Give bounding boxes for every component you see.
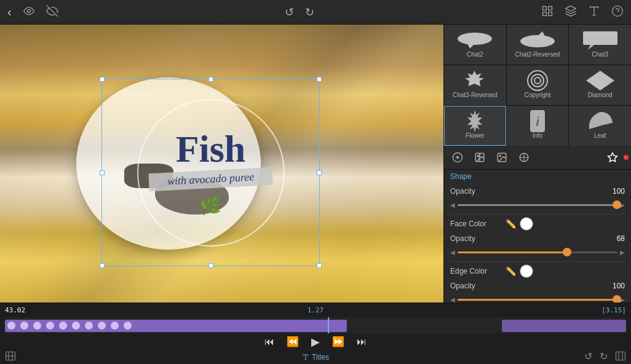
- diamond-preview: [582, 72, 619, 89]
- skip-start-button[interactable]: ⏮: [264, 336, 274, 347]
- opacity-slider-row: ◀ ▶: [450, 199, 625, 210]
- opacity-row: Opacity 100: [450, 187, 625, 196]
- track-dot: [72, 322, 80, 330]
- opacity-slider[interactable]: [458, 199, 617, 210]
- track-dot: [98, 322, 106, 330]
- track-dot: [85, 322, 93, 330]
- face-color-label: Face Color: [450, 220, 506, 228]
- shape-cell-copyright[interactable]: Copyright: [507, 65, 569, 105]
- shape-cell-info[interactable]: i Info: [507, 106, 569, 146]
- subtitle-banner: with avocado puree: [148, 167, 273, 191]
- svg-point-9: [613, 6, 623, 16]
- svg-rect-2: [542, 6, 546, 10]
- skip-end-button[interactable]: ⏭: [357, 336, 367, 347]
- leaf-icon: 🌿: [200, 196, 221, 216]
- flower-preview: [456, 113, 493, 130]
- redo-icon[interactable]: ↻: [305, 6, 314, 19]
- grid-icon[interactable]: [541, 5, 554, 20]
- red-indicator: [624, 155, 629, 160]
- face-opacity-slider[interactable]: [458, 247, 617, 258]
- clip-icon[interactable]: [5, 350, 16, 364]
- shape-cell-leaf[interactable]: Leaf: [569, 106, 631, 146]
- text-icon[interactable]: [588, 5, 600, 20]
- face-color-row: Face Color ✏️: [450, 217, 625, 231]
- track-dot: [20, 322, 28, 330]
- shape-cell-diamond[interactable]: Diamond: [569, 65, 631, 105]
- timeline-right-buttons: ↺ ↻: [584, 350, 626, 364]
- svg-point-28: [499, 155, 501, 156]
- timeline: 43.02 1.27 [3.15] ⏮ ⏪ ▶ ⏩ ⏭: [0, 303, 631, 364]
- opacity-arrow-left[interactable]: ◀: [450, 202, 455, 208]
- chat3r-preview: [456, 72, 493, 89]
- image-icon[interactable]: [491, 148, 513, 167]
- face-opacity-arrow-right[interactable]: ▶: [620, 249, 625, 256]
- redo-timeline-icon[interactable]: ↻: [600, 350, 608, 364]
- timeline-bottom: Titles ↺ ↻: [0, 350, 631, 364]
- svg-text:i: i: [536, 115, 539, 129]
- svg-point-15: [528, 71, 547, 90]
- edge-color-edit-icon[interactable]: ✏️: [506, 266, 516, 276]
- sep2: [450, 261, 625, 262]
- svg-rect-35: [616, 352, 625, 360]
- svg-rect-4: [542, 12, 546, 15]
- edge-color-row: Edge Color ✏️: [450, 264, 625, 278]
- eye-open-icon[interactable]: [23, 5, 35, 20]
- undo-icon[interactable]: ↺: [285, 6, 294, 19]
- time-left: 43.02: [5, 306, 25, 314]
- back-button[interactable]: ‹: [7, 5, 12, 19]
- undo-timeline-icon[interactable]: ↺: [584, 350, 592, 364]
- leaf-label: Leaf: [594, 132, 606, 139]
- chat2r-preview: [519, 31, 556, 49]
- diamond-label: Diamond: [588, 92, 613, 98]
- star-icon[interactable]: [601, 148, 624, 167]
- face-opacity-label: Opacity: [450, 234, 506, 243]
- svg-marker-30: [608, 153, 617, 162]
- svg-point-16: [531, 74, 544, 87]
- sep1: [450, 214, 625, 215]
- toolbar-left: ‹: [7, 5, 58, 20]
- shape-grid: Chat2 Chat2-Reversed Chat3: [444, 25, 631, 146]
- play-button[interactable]: ▶: [311, 335, 320, 349]
- track-dot: [111, 322, 119, 330]
- layers-icon[interactable]: [565, 5, 577, 20]
- subtitle-text: with avocado puree: [167, 170, 254, 187]
- fish-title: Fish: [176, 130, 246, 168]
- time-center: 1.27: [308, 306, 324, 314]
- timeline-track[interactable]: [5, 317, 626, 333]
- edge-opacity-label: Opacity: [450, 282, 506, 290]
- edge-opacity-slider[interactable]: [458, 294, 617, 303]
- track-dot: [124, 322, 132, 330]
- face-color-swatch[interactable]: [520, 217, 533, 231]
- edge-color-swatch[interactable]: [520, 264, 533, 278]
- shape-cell-chat3[interactable]: Chat3: [569, 25, 631, 65]
- help-icon[interactable]: [611, 5, 624, 20]
- shape-cell-chat2-reversed[interactable]: Chat2-Reversed: [507, 25, 569, 65]
- eye-closed-icon[interactable]: [46, 5, 58, 20]
- copyright-label: Copyright: [525, 92, 551, 98]
- svg-marker-14: [538, 31, 545, 36]
- face-opacity-slider-row: ◀ ▶: [450, 247, 625, 258]
- chat2-preview: [456, 31, 493, 49]
- face-opacity-label-row: Opacity 68: [450, 234, 625, 243]
- shape-cell-chat3-reversed[interactable]: Chat3-Reversed: [444, 65, 506, 105]
- export-icon[interactable]: [615, 350, 626, 364]
- step-back-button[interactable]: ⏪: [287, 336, 299, 347]
- face-opacity-arrow-left[interactable]: ◀: [450, 249, 455, 256]
- shape-cell-flower[interactable]: Flower: [444, 106, 506, 146]
- track-dot: [33, 322, 41, 330]
- add-image-icon[interactable]: [469, 148, 491, 167]
- color-icon[interactable]: [513, 148, 535, 167]
- edge-opacity-slider-row: ◀ ▶: [450, 294, 625, 303]
- face-color-edit-icon[interactable]: ✏️: [506, 219, 516, 229]
- track-segment-right: [502, 320, 626, 332]
- edge-opacity-label-row: Opacity 100: [450, 282, 625, 290]
- step-forward-button[interactable]: ⏩: [332, 336, 344, 347]
- add-text-icon[interactable]: [446, 148, 469, 167]
- titles-text: Titles: [312, 353, 329, 362]
- chat2r-label: Chat2-Reversed: [515, 51, 560, 58]
- edge-opacity-arrow-left[interactable]: ◀: [450, 296, 455, 303]
- shape-cell-chat2[interactable]: Chat2: [444, 25, 506, 65]
- chat3-preview: [582, 31, 619, 49]
- svg-point-11: [458, 33, 492, 45]
- section-label: Shape: [444, 170, 631, 182]
